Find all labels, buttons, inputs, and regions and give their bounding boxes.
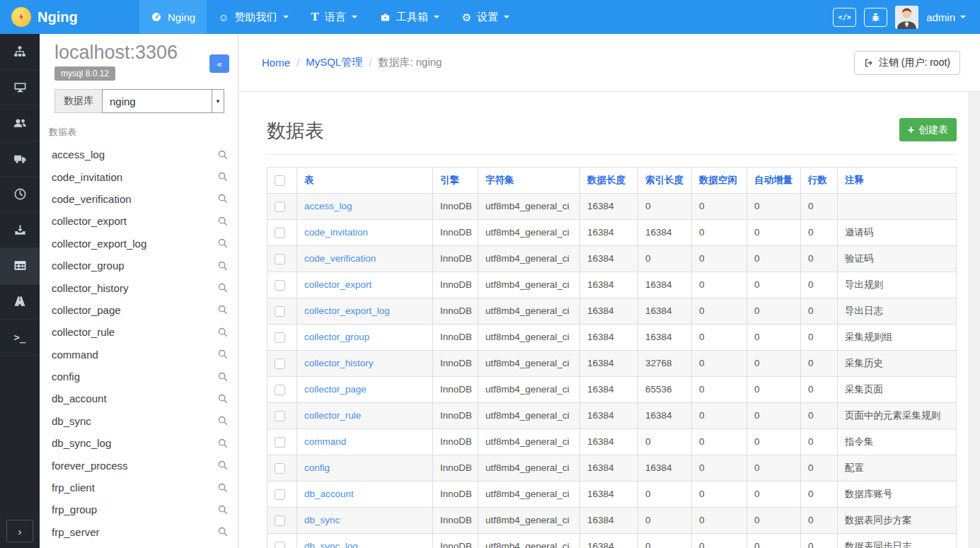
sidebar-item-desktop[interactable] [0, 70, 40, 106]
column-header-link[interactable]: 自动增量 [754, 175, 792, 185]
search-icon[interactable] [217, 349, 229, 360]
sidebar-item-sitemap[interactable] [0, 34, 40, 70]
debug-button[interactable] [864, 8, 887, 27]
table-name-link[interactable]: collector_history [304, 358, 374, 368]
list-item-table[interactable]: collector_rule [40, 321, 238, 343]
table-name-link[interactable]: db_account [304, 489, 354, 499]
table-name-link[interactable]: db_sync_log [304, 541, 358, 548]
column-header-link[interactable]: 字符集 [485, 175, 514, 185]
nav-item-settings[interactable]: ⚙ 设置 [451, 0, 521, 34]
list-item-table[interactable]: frp_server [40, 521, 238, 543]
search-icon[interactable] [217, 460, 229, 471]
breadcrumb-home[interactable]: Home [262, 57, 290, 69]
sidebar-item-database-tables[interactable] [0, 248, 40, 284]
list-item-table[interactable]: access_log [40, 144, 238, 165]
search-icon[interactable] [217, 193, 229, 204]
search-icon[interactable] [217, 282, 229, 293]
list-item-table[interactable]: collector_group [40, 255, 238, 276]
column-header-link[interactable]: 注释 [845, 175, 864, 185]
column-header-link[interactable]: 引擎 [440, 175, 459, 185]
nav-item-nging[interactable]: Nging [139, 0, 207, 34]
table-name-link[interactable]: collector_rule [304, 410, 361, 421]
column-header[interactable]: 引擎 [433, 168, 478, 194]
logout-button[interactable]: 注销 (用户: root) [854, 51, 960, 75]
column-header-link[interactable]: 行数 [808, 175, 827, 185]
collapse-sidebar-button[interactable]: « [209, 54, 229, 73]
table-name-link[interactable]: collector_export_log [304, 305, 390, 316]
table-name-link[interactable]: code_verification [304, 253, 376, 264]
list-item-table[interactable]: collector_export_log [40, 233, 238, 255]
column-header[interactable]: 索引长度 [638, 168, 692, 194]
brand[interactable]: Nging [0, 0, 139, 34]
row-checkbox[interactable] [275, 515, 285, 526]
scrollbar-track[interactable] [969, 92, 980, 548]
search-icon[interactable] [217, 438, 229, 449]
list-item-table[interactable]: db_sync [40, 410, 238, 432]
column-header[interactable]: 表 [297, 168, 433, 194]
list-item-table[interactable]: collector_page [40, 299, 238, 321]
list-item-table[interactable]: code_invitation [40, 165, 238, 187]
column-header[interactable]: 行数 [801, 168, 838, 194]
sidebar-item-terminal[interactable]: >_ [0, 320, 40, 356]
breadcrumb-mysql[interactable]: MySQL管理 [306, 56, 362, 69]
code-button[interactable]: </> [833, 8, 856, 27]
row-checkbox[interactable] [275, 228, 285, 238]
column-header[interactable]: 自动增量 [747, 168, 801, 194]
search-icon[interactable] [217, 415, 229, 426]
sidebar-item-truck[interactable] [0, 141, 40, 177]
row-checkbox[interactable] [275, 463, 285, 474]
database-select[interactable]: nging ▼ [102, 89, 224, 113]
list-item-table[interactable]: collector_export [40, 210, 238, 232]
row-checkbox[interactable] [275, 542, 285, 548]
table-name-link[interactable]: access_log [304, 201, 352, 211]
search-icon[interactable] [217, 149, 229, 161]
list-item-table[interactable]: frp_client [40, 477, 238, 499]
row-checkbox[interactable] [275, 280, 285, 291]
sidebar-item-road[interactable] [0, 284, 40, 320]
row-checkbox[interactable] [275, 306, 285, 317]
search-icon[interactable] [217, 504, 229, 515]
select-arrow-icon[interactable]: ▼ [212, 90, 224, 112]
sidebar-item-download[interactable] [0, 213, 40, 249]
search-icon[interactable] [217, 238, 229, 249]
row-checkbox[interactable] [275, 254, 285, 264]
search-icon[interactable] [217, 371, 229, 383]
list-item-table[interactable]: frp_user [40, 543, 238, 548]
expand-rail-button[interactable]: › [6, 520, 33, 542]
select-all-checkbox[interactable] [275, 175, 285, 186]
column-header-link[interactable]: 索引长度 [645, 175, 684, 185]
sidebar-item-clock[interactable] [0, 177, 40, 213]
create-table-button[interactable]: + 创建表 [899, 118, 957, 141]
search-icon[interactable] [217, 304, 229, 315]
column-header[interactable]: 数据长度 [580, 168, 638, 194]
row-checkbox[interactable] [275, 411, 285, 421]
user-menu[interactable]: admin [926, 11, 966, 23]
table-name-link[interactable]: db_sync [304, 515, 340, 525]
search-icon[interactable] [217, 171, 229, 182]
list-item-table[interactable]: command [40, 344, 238, 366]
row-checkbox[interactable] [275, 332, 285, 343]
search-icon[interactable] [217, 393, 229, 404]
table-name-link[interactable]: code_invitation [304, 227, 368, 238]
avatar[interactable] [895, 6, 918, 29]
list-item-table[interactable]: collector_history [40, 276, 238, 298]
list-item-table[interactable]: db_account [40, 387, 238, 409]
search-icon[interactable] [217, 482, 229, 494]
search-icon[interactable] [217, 260, 229, 272]
column-header[interactable]: 字符集 [478, 168, 580, 194]
row-checkbox[interactable] [275, 489, 285, 500]
nav-item-language[interactable]: T 语言 [300, 0, 369, 34]
list-item-table[interactable]: code_verification [40, 188, 238, 210]
column-header[interactable]: 注释 [838, 168, 957, 194]
row-checkbox[interactable] [275, 202, 285, 212]
table-name-link[interactable]: collector_page [304, 384, 367, 395]
table-name-link[interactable]: config [304, 462, 330, 473]
nav-item-sponsor[interactable]: ☺ 赞助我们 [207, 0, 299, 34]
column-header-link[interactable]: 数据长度 [587, 175, 626, 185]
column-header[interactable]: 数据空闲 [692, 168, 747, 194]
table-name-link[interactable]: collector_export [304, 279, 371, 290]
nav-item-toolbox[interactable]: 工具箱 [369, 0, 451, 34]
sidebar-item-users[interactable] [0, 105, 40, 141]
row-checkbox[interactable] [275, 385, 285, 395]
table-name-link[interactable]: command [304, 436, 346, 447]
